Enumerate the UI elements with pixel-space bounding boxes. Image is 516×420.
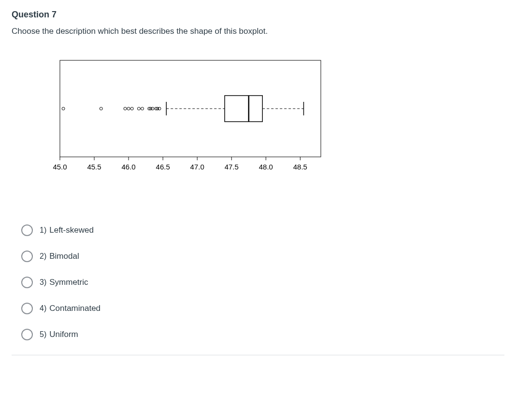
option-2[interactable]: 2) Bimodal bbox=[21, 251, 504, 262]
divider bbox=[12, 355, 504, 355]
radio-4[interactable] bbox=[21, 303, 33, 314]
option-3[interactable]: 3) Symmetric bbox=[21, 277, 504, 288]
svg-point-23 bbox=[62, 107, 65, 110]
answer-options: 1) Left-skewed 2) Bimodal 3) Symmetric 4… bbox=[21, 224, 504, 340]
option-5-num: 5) bbox=[40, 330, 46, 339]
svg-text:46.0: 46.0 bbox=[122, 163, 136, 171]
radio-5[interactable] bbox=[21, 329, 33, 340]
svg-rect-21 bbox=[225, 96, 262, 122]
option-1[interactable]: 1) Left-skewed bbox=[21, 224, 504, 236]
svg-point-24 bbox=[100, 107, 102, 110]
svg-text:45.0: 45.0 bbox=[53, 163, 67, 171]
svg-point-27 bbox=[130, 107, 133, 110]
boxplot-svg: 45.045.546.046.547.047.548.048.5 bbox=[50, 56, 330, 181]
option-4-num: 4) bbox=[40, 304, 46, 313]
svg-text:48.0: 48.0 bbox=[259, 163, 273, 171]
option-5-label: Uniform bbox=[49, 330, 78, 339]
svg-text:48.5: 48.5 bbox=[293, 163, 307, 171]
svg-point-32 bbox=[151, 107, 154, 110]
question-title: Question 7 bbox=[12, 10, 504, 20]
option-3-label: Symmetric bbox=[49, 278, 88, 287]
option-5[interactable]: 5) Uniform bbox=[21, 329, 504, 340]
svg-text:47.0: 47.0 bbox=[190, 163, 204, 171]
option-2-num: 2) bbox=[40, 252, 46, 261]
svg-text:46.5: 46.5 bbox=[156, 163, 170, 171]
question-prompt: Choose the description which best descri… bbox=[12, 27, 504, 36]
option-3-num: 3) bbox=[40, 278, 46, 287]
radio-2[interactable] bbox=[21, 251, 33, 262]
option-2-label: Bimodal bbox=[49, 252, 79, 261]
svg-text:45.5: 45.5 bbox=[87, 163, 101, 171]
option-1-num: 1) bbox=[40, 226, 46, 235]
option-4-label: Contaminated bbox=[49, 304, 100, 313]
svg-point-28 bbox=[137, 107, 140, 110]
svg-point-25 bbox=[124, 107, 127, 110]
svg-text:47.5: 47.5 bbox=[225, 163, 239, 171]
option-1-label: Left-skewed bbox=[49, 225, 94, 235]
boxplot-figure: 45.045.546.046.547.047.548.048.5 bbox=[50, 56, 504, 181]
svg-point-35 bbox=[158, 107, 161, 110]
svg-point-29 bbox=[141, 107, 144, 110]
radio-1[interactable] bbox=[21, 224, 33, 236]
svg-point-26 bbox=[127, 107, 130, 110]
option-4[interactable]: 4) Contaminated bbox=[21, 303, 504, 314]
radio-3[interactable] bbox=[21, 277, 33, 288]
